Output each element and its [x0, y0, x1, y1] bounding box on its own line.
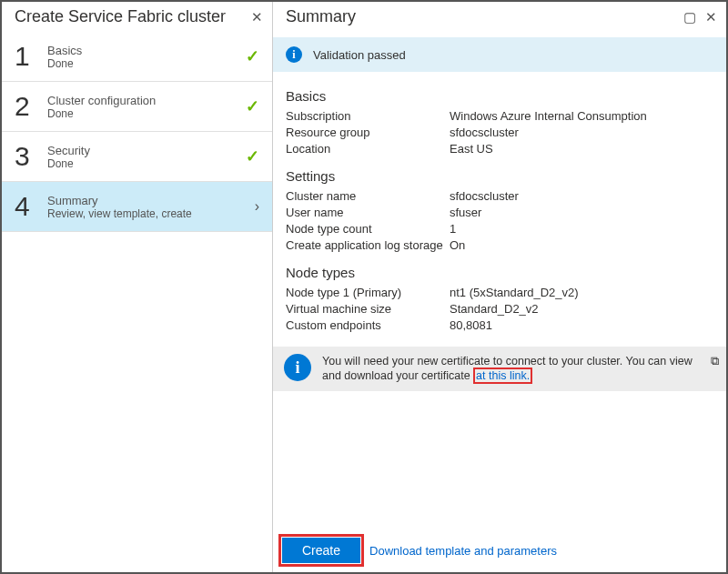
step-title: Cluster configuration — [47, 94, 246, 107]
field-label: Node type count — [286, 222, 450, 236]
certificate-message: You will need your new certificate to co… — [322, 354, 715, 384]
validation-text: Validation passed — [313, 48, 406, 62]
step-subtitle: Done — [47, 57, 246, 70]
basics-grid: SubscriptionWindows Azure Internal Consu… — [286, 109, 713, 156]
close-icon[interactable]: ✕ — [251, 9, 263, 25]
field-value: nt1 (5xStandard_D2_v2) — [450, 286, 713, 299]
field-label: Create application log storage — [286, 238, 450, 252]
step-number: 1 — [15, 41, 47, 72]
wizard-step-3[interactable]: 3SecurityDone✓ — [2, 132, 272, 182]
field-label: Resource group — [286, 126, 450, 139]
summary-title-bar: Summary ▢ ✕ — [273, 2, 726, 32]
step-number: 3 — [15, 141, 47, 172]
maximize-icon[interactable]: ▢ — [683, 9, 696, 25]
wizard-title: Create Service Fabric cluster — [15, 7, 226, 26]
field-label: Virtual machine size — [286, 302, 450, 316]
step-subtitle: Done — [47, 157, 246, 170]
field-value: sfdocscluster — [450, 126, 713, 139]
field-label: Node type 1 (Primary) — [286, 286, 450, 299]
step-number: 4 — [15, 191, 47, 222]
download-template-link[interactable]: Download template and parameters — [369, 544, 557, 558]
summary-panel: Summary ▢ ✕ i Validation passed Basics S… — [273, 2, 726, 572]
certificate-info-box: i You will need your new certificate to … — [273, 347, 726, 391]
summary-title: Summary — [286, 7, 356, 26]
step-subtitle: Done — [47, 107, 246, 120]
settings-grid: Cluster namesfdocsclusterUser namesfuser… — [286, 189, 713, 252]
field-label: Subscription — [286, 109, 450, 123]
step-subtitle: Review, view template, create — [47, 207, 255, 220]
step-title: Security — [47, 144, 246, 157]
check-icon: ✓ — [246, 96, 259, 116]
field-value: 80,8081 — [450, 318, 713, 332]
field-value: Windows Azure Internal Consumption — [450, 109, 713, 123]
field-label: Cluster name — [286, 189, 450, 203]
check-icon: ✓ — [246, 46, 259, 66]
action-bar: Create Download template and parameters — [273, 530, 726, 572]
field-label: Location — [286, 142, 450, 156]
close-icon[interactable]: ✕ — [705, 9, 717, 25]
wizard-steps-panel: Create Service Fabric cluster ✕ 1BasicsD… — [2, 2, 273, 572]
popout-icon[interactable]: ⧉ — [711, 354, 719, 368]
field-value: Standard_D2_v2 — [450, 302, 713, 316]
chevron-right-icon: › — [255, 198, 259, 215]
field-label: User name — [286, 206, 450, 219]
section-nodetypes-heading: Node types — [286, 265, 713, 280]
check-icon: ✓ — [246, 146, 259, 166]
section-basics-heading: Basics — [286, 88, 713, 104]
field-value: sfuser — [450, 206, 713, 219]
create-button[interactable]: Create — [282, 538, 360, 563]
step-title: Summary — [47, 194, 255, 207]
section-settings-heading: Settings — [286, 168, 713, 184]
field-value: On — [450, 238, 713, 252]
wizard-step-4[interactable]: 4SummaryReview, view template, create› — [2, 182, 272, 232]
field-value: sfdocscluster — [450, 189, 713, 203]
wizard-step-2[interactable]: 2Cluster configurationDone✓ — [2, 82, 272, 132]
wizard-title-bar: Create Service Fabric cluster ✕ — [2, 2, 272, 32]
wizard-step-1[interactable]: 1BasicsDone✓ — [2, 32, 272, 82]
info-icon: i — [286, 46, 302, 63]
step-title: Basics — [47, 44, 246, 57]
field-label: Custom endpoints — [286, 318, 450, 332]
field-value: East US — [450, 142, 713, 156]
step-number: 2 — [15, 91, 47, 122]
field-value: 1 — [450, 222, 713, 236]
certificate-link[interactable]: at this link. — [473, 368, 532, 384]
info-icon: i — [284, 354, 311, 381]
validation-banner: i Validation passed — [273, 37, 726, 72]
nodetypes-grid: Node type 1 (Primary)nt1 (5xStandard_D2_… — [286, 286, 713, 332]
